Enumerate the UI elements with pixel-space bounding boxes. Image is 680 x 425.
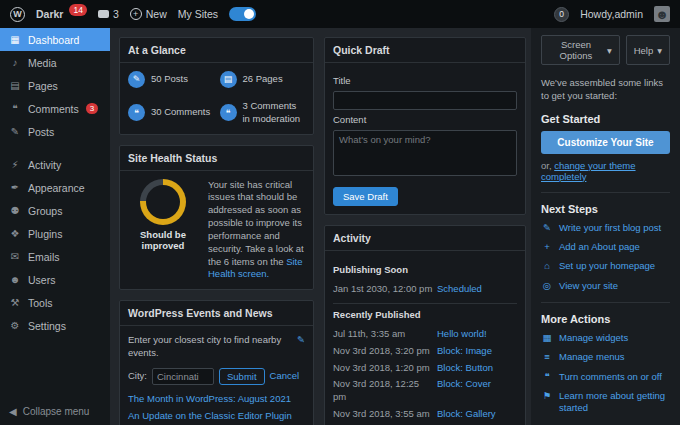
news-link[interactable]: An Update on the Classic Editor Plugin xyxy=(128,410,305,422)
screen-options-button[interactable]: Screen Options ▾ xyxy=(541,35,620,65)
glance-comments-link[interactable]: ❝ 30 Comments xyxy=(128,100,214,126)
published-post-link[interactable]: Block: Gallery xyxy=(437,408,496,421)
sidebar-item-label: Posts xyxy=(28,126,54,138)
learn-more-link[interactable]: ⚑ Learn more about getting started xyxy=(541,390,670,415)
edit-city-icon[interactable]: ✎ xyxy=(297,334,305,347)
step-label: Manage widgets xyxy=(559,332,628,344)
sidebar-item-label: Comments xyxy=(28,103,79,115)
panel-activity: Activity Publishing Soon Jan 1st 2030, 1… xyxy=(324,225,526,425)
events-intro-text: Enter your closest city to find nearby e… xyxy=(128,334,293,360)
cancel-city-link[interactable]: Cancel xyxy=(270,370,300,383)
sidebar-item-media[interactable]: ♪ Media xyxy=(0,51,110,74)
customize-your-site-button[interactable]: Customize Your Site xyxy=(541,131,670,154)
site-name-menu[interactable]: Darkr 14 xyxy=(36,8,87,20)
welcome-intro-text: We've assembled some links to get you st… xyxy=(541,77,670,103)
pages-icon: ▤ xyxy=(9,80,21,91)
sidebar-item-activity[interactable]: ⚡ Activity xyxy=(0,153,110,176)
moderation-icon: ❝ xyxy=(220,104,237,121)
manage-widgets-link[interactable]: ▦ Manage widgets xyxy=(541,332,670,344)
manage-menus-link[interactable]: ≡ Manage menus xyxy=(541,351,670,363)
activity-row: Nov 3rd 2018, 12:25 pm Block: Cover xyxy=(333,376,517,406)
comment-bubble-icon: ❝ xyxy=(541,371,553,383)
glance-moderation-link[interactable]: ❝ 3 Comments in moderation xyxy=(220,100,306,126)
sidebar-item-comments[interactable]: ❝ Comments 3 xyxy=(0,97,110,120)
chevron-down-icon: ▾ xyxy=(657,45,662,56)
admin-sidebar: ▦ Dashboard ♪ Media ▤ Pages ❝ Comments 3… xyxy=(0,28,110,425)
wordpress-logo-icon[interactable]: W xyxy=(10,7,25,22)
help-button[interactable]: Help ▾ xyxy=(626,35,670,65)
settings-icon: ⚙ xyxy=(9,320,21,331)
dark-mode-toggle[interactable] xyxy=(229,7,256,21)
admin-bar-comment-count: 3 xyxy=(113,8,119,20)
dashboard-column-1: At a Glance ✎ 50 Posts ▤ 26 Pages ❝ 30 C… xyxy=(110,28,319,425)
write-first-post-link[interactable]: ✎ Write your first blog post xyxy=(541,222,670,234)
glance-pages-link[interactable]: ▤ 26 Pages xyxy=(220,71,306,88)
step-label: Set up your homepage xyxy=(559,260,655,272)
sidebar-item-appearance[interactable]: ✒ Appearance xyxy=(0,176,110,199)
sidebar-item-plugins[interactable]: ❖ Plugins xyxy=(0,222,110,245)
step-label: Learn more about getting started xyxy=(559,390,670,415)
activity-row: Nov 3rd 2018, 3:20 pm Block: Image xyxy=(333,343,517,360)
sidebar-item-settings[interactable]: ⚙ Settings xyxy=(0,314,110,337)
step-label: Add an About page xyxy=(559,241,640,253)
panel-title: Activity xyxy=(325,226,525,251)
sidebar-item-emails[interactable]: ✉ Emails xyxy=(0,245,110,268)
sidebar-item-pages[interactable]: ▤ Pages xyxy=(0,74,110,97)
sidebar-item-users[interactable]: ☻ Users xyxy=(0,268,110,291)
admin-bar-comments[interactable]: 3 xyxy=(98,8,119,20)
site-health-gauge-label: Should be improved xyxy=(128,229,198,252)
quick-draft-content-textarea[interactable] xyxy=(333,130,517,176)
new-content-button[interactable]: + New xyxy=(130,8,167,20)
media-icon: ♪ xyxy=(9,57,21,68)
sidebar-item-label: Settings xyxy=(28,320,66,332)
activity-icon: ⚡ xyxy=(9,159,21,170)
howdy-account-menu[interactable]: Howdy,admin xyxy=(580,8,643,20)
or-label: or, xyxy=(541,160,554,171)
comments-icon: ❝ xyxy=(128,104,145,121)
sidebar-item-posts[interactable]: ✎ Posts xyxy=(0,120,110,143)
news-link[interactable]: The Month in WordPress: August 2021 xyxy=(128,393,305,405)
glance-posts-link[interactable]: ✎ 50 Posts xyxy=(128,71,214,88)
panel-site-health: Site Health Status Should be improved Yo… xyxy=(119,145,314,291)
user-avatar[interactable]: ☻ xyxy=(654,6,670,22)
published-post-link[interactable]: Hello world! xyxy=(437,328,487,341)
city-label: City: xyxy=(128,370,147,383)
quick-draft-title-input[interactable] xyxy=(333,91,517,110)
add-about-page-link[interactable]: + Add an About page xyxy=(541,241,670,253)
change-theme-link[interactable]: change your theme completely xyxy=(541,160,636,182)
save-draft-button[interactable]: Save Draft xyxy=(333,187,398,206)
welcome-column: Screen Options ▾ Help ▾ We've assembled … xyxy=(531,28,680,425)
comments-icon: ❝ xyxy=(9,103,21,114)
panel-title: Site Health Status xyxy=(120,146,313,171)
sidebar-item-label: Activity xyxy=(28,159,61,171)
appearance-icon: ✒ xyxy=(9,182,21,193)
city-input[interactable] xyxy=(152,368,214,385)
view-site-link[interactable]: ◎ View your site xyxy=(541,280,670,292)
notification-count-badge[interactable]: 0 xyxy=(554,7,569,22)
emails-icon: ✉ xyxy=(9,251,21,262)
sidebar-item-dashboard[interactable]: ▦ Dashboard xyxy=(0,28,110,51)
toggle-comments-link[interactable]: ❝ Turn comments on or off xyxy=(541,371,670,383)
widgets-icon: ▦ xyxy=(541,332,553,344)
panel-events-news: WordPress Events and News Enter your clo… xyxy=(119,300,314,425)
sidebar-item-tools[interactable]: ⚒ Tools xyxy=(0,291,110,314)
activity-date: Jan 1st 2030, 12:00 pm xyxy=(333,283,433,296)
my-sites-menu[interactable]: My Sites xyxy=(178,8,218,20)
panel-at-a-glance: At a Glance ✎ 50 Posts ▤ 26 Pages ❝ 30 C… xyxy=(119,37,314,135)
published-post-link[interactable]: Block: Image xyxy=(437,345,492,358)
screen-options-label: Screen Options xyxy=(549,39,603,61)
site-name-label: Darkr xyxy=(36,8,63,20)
submit-city-button[interactable]: Submit xyxy=(219,368,265,385)
setup-homepage-link[interactable]: ⌂ Set up your homepage xyxy=(541,260,670,272)
collapse-menu-button[interactable]: ◀ Collapse menu xyxy=(0,398,110,425)
posts-icon: ✎ xyxy=(9,126,21,137)
pages-icon: ▤ xyxy=(220,71,237,88)
collapse-menu-label: Collapse menu xyxy=(23,406,90,417)
divider xyxy=(541,302,670,303)
scheduled-post-link[interactable]: Scheduled xyxy=(437,283,482,296)
published-post-link[interactable]: Block: Button xyxy=(437,362,493,375)
published-post-link[interactable]: Block: Cover xyxy=(437,378,491,404)
sidebar-item-label: Tools xyxy=(28,297,53,309)
sidebar-item-groups[interactable]: ⚉ Groups xyxy=(0,199,110,222)
more-actions-heading: More Actions xyxy=(541,313,670,325)
